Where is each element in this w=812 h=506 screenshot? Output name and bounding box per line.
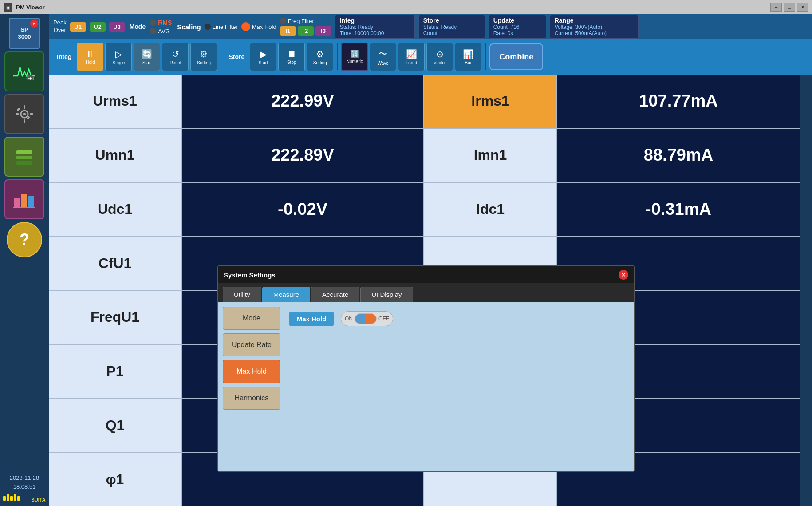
- title-bar: ▣ PM Viewer − □ ×: [0, 0, 812, 14]
- integ-status-row: Status: Ready: [340, 24, 410, 30]
- channel-i1-button[interactable]: I1: [280, 26, 296, 36]
- channel-u2-button[interactable]: U2: [90, 22, 106, 32]
- svg-rect-15: [21, 194, 27, 207]
- dialog-tabs: Utility Measure Accurate UI Display: [218, 283, 634, 302]
- wave-settings-icon: [13, 63, 35, 80]
- max-hold-setting-label: Max Hold: [289, 312, 334, 326]
- vector-button[interactable]: ⊙ Vector: [426, 43, 453, 71]
- svg-rect-13: [16, 161, 32, 165]
- q1-label: Q1: [49, 399, 182, 452]
- svg-rect-18: [3, 496, 6, 501]
- minimize-button[interactable]: −: [770, 3, 782, 12]
- cfu1-label: CfU1: [49, 237, 182, 290]
- update-rate-row: Rate: 0s: [493, 30, 541, 36]
- line-filter-row: Line Filter: [205, 24, 238, 30]
- udc1-value: -0.02V: [182, 183, 424, 236]
- system-settings-dialog[interactable]: System Settings × Utility Measure Accura…: [217, 265, 635, 472]
- channel-u3-button[interactable]: U3: [109, 22, 125, 32]
- brand-label: SUITA: [3, 494, 45, 502]
- maximize-button[interactable]: □: [784, 3, 795, 12]
- rms-indicator: [150, 20, 156, 26]
- update-status-panel: Update Count: 716 Rate: 0s: [489, 15, 546, 39]
- umn1-label: Umn1: [49, 129, 182, 182]
- hold-button[interactable]: ⏸ Hold: [77, 43, 103, 71]
- harmonics-button[interactable]: Harmonics: [223, 387, 280, 410]
- close-icon: ×: [30, 20, 38, 28]
- max-hold-toggle[interactable]: ON OFF: [341, 311, 393, 326]
- integ-status-panel: Integ Status: Ready Time: 10000:00:00: [335, 15, 415, 39]
- mode-setting-button[interactable]: Mode: [223, 307, 280, 330]
- update-title: Update: [493, 17, 541, 24]
- top-status-bar: PeakOver U1 U2 U3 Mode RMS AVG Scaling L: [49, 14, 812, 39]
- integ-start-icon: 🔄: [142, 49, 153, 59]
- max-hold-toggle-row: Max Hold ON OFF: [289, 311, 625, 326]
- wave-icon: 〜: [378, 48, 387, 60]
- idc1-value: -0.31mA: [557, 183, 800, 236]
- store-start-icon: ▶: [260, 49, 267, 59]
- toggle-left: [355, 314, 366, 324]
- window-controls: − □ ×: [770, 3, 808, 12]
- irms1-value: 107.77mA: [557, 75, 800, 128]
- max-hold-indicator: [241, 22, 250, 31]
- hold-icon: ⏸: [86, 49, 95, 59]
- suita-logo: [3, 494, 30, 502]
- tab-accurate[interactable]: Accurate: [311, 287, 359, 302]
- sidebar-item-chart[interactable]: [4, 179, 44, 219]
- vector-icon: ⊙: [436, 49, 444, 59]
- wave-button[interactable]: 〜 Wave: [370, 43, 396, 71]
- reset-button[interactable]: ↺ Reset: [162, 43, 189, 71]
- main-window: × SP3000: [0, 14, 812, 506]
- mode-label: Mode: [130, 23, 146, 30]
- sidebar-item-wave[interactable]: [4, 51, 44, 91]
- update-count-row: Count: 716: [493, 24, 541, 30]
- trend-button[interactable]: 📈 Trend: [398, 43, 425, 71]
- svg-rect-11: [16, 150, 32, 154]
- combine-button[interactable]: Combine: [489, 43, 543, 70]
- tab-measure[interactable]: Measure: [262, 287, 310, 302]
- bar-button[interactable]: 📊 Bar: [455, 43, 481, 71]
- chart-icon: [13, 190, 35, 209]
- channel-i3-button[interactable]: I3: [315, 26, 331, 36]
- numeric-button[interactable]: 🔢 Numeric: [341, 43, 368, 71]
- channel-u1-button[interactable]: U1: [70, 22, 86, 32]
- svg-rect-19: [7, 494, 9, 501]
- setting-button[interactable]: ⚙ Setting: [190, 43, 217, 71]
- svg-rect-9: [16, 107, 20, 111]
- numeric-icon: 🔢: [350, 50, 359, 58]
- tab-ui-display[interactable]: UI Display: [360, 287, 413, 302]
- tab-utility[interactable]: Utility: [223, 287, 261, 302]
- max-hold-row: Max Hold: [241, 22, 276, 31]
- close-button[interactable]: ×: [797, 3, 808, 12]
- frequ1-label: FreqU1: [49, 291, 182, 344]
- imn1-value: 88.79mA: [557, 129, 800, 182]
- range-title: Range: [555, 17, 634, 24]
- right-scrollbar[interactable]: [800, 75, 812, 506]
- line-filter-label: Line Filter: [213, 24, 238, 30]
- dialog-close-button[interactable]: ×: [619, 270, 628, 280]
- scaling-label: Scaling: [177, 23, 201, 31]
- datetime-display: 2023-11-28 18:08:51: [3, 474, 45, 494]
- mode-indicators: RMS AVG: [150, 19, 172, 35]
- svg-rect-22: [17, 496, 20, 501]
- i-buttons: I1 I2 I3: [280, 26, 331, 36]
- store-stop-button[interactable]: ⏹ Stop: [278, 43, 305, 71]
- svg-rect-6: [24, 119, 25, 123]
- store-setting-icon: ⚙: [316, 49, 324, 59]
- store-setting-button[interactable]: ⚙ Setting: [307, 43, 333, 71]
- integ-start-button[interactable]: 🔄 Start: [134, 43, 160, 71]
- channel-i2-button[interactable]: I2: [298, 26, 314, 36]
- measurement-row-umn1: Umn1 222.89V Imn1 88.79mA: [49, 129, 800, 183]
- store-start-button[interactable]: ▶ Start: [250, 43, 276, 71]
- divider-2: [337, 43, 338, 70]
- max-hold-setting-button[interactable]: Max Hold: [223, 360, 280, 383]
- sidebar-item-layers[interactable]: [4, 137, 44, 177]
- sidebar-item-help[interactable]: ?: [7, 222, 42, 257]
- update-rate-button[interactable]: Update Rate: [223, 333, 280, 356]
- range-voltage-row: Voltage: 300V(Auto): [555, 24, 634, 30]
- sidebar-item-gear[interactable]: [4, 94, 44, 134]
- single-button[interactable]: ▷ Single: [105, 43, 132, 71]
- app-icon: ▣: [4, 3, 12, 12]
- store-toolbar-label: Store: [225, 51, 248, 62]
- p1-label: P1: [49, 345, 182, 398]
- toggle-track[interactable]: [355, 313, 377, 324]
